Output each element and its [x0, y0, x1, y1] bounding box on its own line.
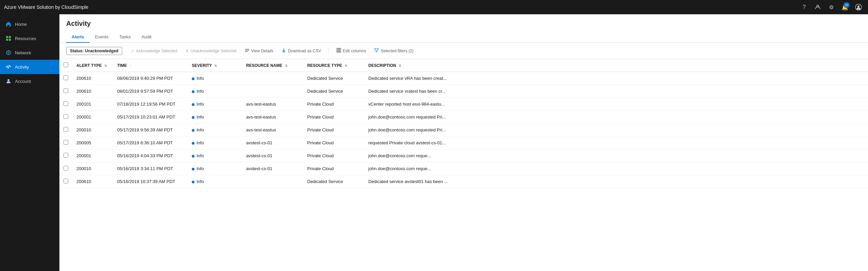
cell-resource-name: avs-test-eastus	[242, 98, 303, 111]
status-value: Unacknowledged	[85, 49, 118, 53]
tabs: Alerts Events Tasks Audit	[66, 32, 861, 42]
row-checkbox-7[interactable]	[63, 166, 68, 170]
tab-tasks[interactable]: Tasks	[114, 32, 136, 43]
unacknowledge-label: Unacknowledge Selected	[190, 49, 236, 53]
cell-alert-type: 200010	[72, 162, 113, 175]
account-icon[interactable]	[853, 2, 864, 13]
cell-resource-name: avs-test-eastus	[242, 124, 303, 137]
row-checkbox-cell[interactable]	[59, 137, 72, 149]
help-icon[interactable]: ?	[799, 2, 810, 13]
cell-severity: Info	[188, 149, 242, 162]
row-checkbox-4[interactable]	[63, 127, 68, 132]
row-checkbox-8[interactable]	[63, 179, 68, 183]
row-checkbox-2[interactable]	[63, 101, 68, 106]
cell-resource-type: Dedicated Service	[303, 175, 364, 188]
svg-rect-15	[338, 48, 339, 52]
cell-resource-name: avs-test-eastus	[242, 111, 303, 124]
sort-icon-time: ↓	[129, 64, 131, 68]
cell-resource-name: avstest-cs-01	[242, 149, 303, 162]
svg-rect-5	[6, 39, 8, 41]
home-icon	[5, 21, 12, 27]
sidebar-item-network[interactable]: Network	[0, 46, 59, 60]
row-checkbox-5[interactable]	[63, 140, 68, 145]
activity-icon	[5, 64, 12, 70]
row-checkbox-3[interactable]	[63, 114, 68, 119]
sidebar-item-account[interactable]: Account	[0, 74, 59, 88]
col-header-resource-name[interactable]: RESOURCE NAME ⇅	[242, 59, 303, 72]
topbar: Azure VMware Solution by CloudSimple ? ⚙…	[0, 0, 868, 14]
col-header-resource-type[interactable]: RESOURCE TYPE ⇅	[303, 59, 364, 72]
cell-time: 08/01/2019 9:57:59 PM PDT	[113, 85, 188, 98]
table-container: ALERT TYPE ⇅ TIME ↓ SEVERITY ⇅ RESOURC	[59, 59, 868, 188]
row-checkbox-cell[interactable]	[59, 85, 72, 98]
status-filter-badge[interactable]: Status: Unacknowledged	[66, 47, 122, 55]
row-checkbox-cell[interactable]	[59, 124, 72, 137]
tab-alerts[interactable]: Alerts	[66, 32, 90, 43]
cell-description: requested Private cloud avstest-cs-01...	[364, 137, 868, 149]
svg-rect-11	[245, 49, 249, 50]
download-icon	[281, 48, 286, 54]
svg-rect-12	[245, 50, 249, 51]
cell-resource-type: Private Cloud	[303, 149, 364, 162]
sort-icon-resource-name: ⇅	[285, 64, 288, 68]
row-checkbox-cell[interactable]	[59, 149, 72, 162]
cell-resource-type: Private Cloud	[303, 111, 364, 124]
row-checkbox-cell[interactable]	[59, 111, 72, 124]
page-header: Activity Alerts Events Tasks Audit	[59, 14, 868, 43]
cell-resource-name: avstest-cs-01	[242, 137, 303, 149]
cell-description: Dedicated service avstest01 has been ...	[364, 175, 868, 188]
sidebar-item-resources[interactable]: Resources	[0, 31, 59, 46]
user-settings-icon[interactable]	[812, 2, 823, 13]
severity-dot	[192, 155, 195, 158]
cell-resource-name	[242, 72, 303, 85]
col-header-time[interactable]: TIME ↓	[113, 59, 188, 72]
row-checkbox-cell[interactable]	[59, 98, 72, 111]
cell-alert-type: 200610	[72, 72, 113, 85]
table-body: 200610 08/06/2019 9:40:29 PM PDT Info De…	[59, 72, 868, 188]
cell-time: 05/17/2019 10:23:01 AM PDT	[113, 111, 188, 124]
col-header-description[interactable]: DESCRIPTION ⇅	[364, 59, 868, 72]
row-checkbox-cell[interactable]	[59, 175, 72, 188]
col-header-severity[interactable]: SEVERITY ⇅	[188, 59, 242, 72]
view-details-button[interactable]: View Details	[241, 46, 277, 55]
row-checkbox-cell[interactable]	[59, 162, 72, 175]
edit-columns-button[interactable]: Edit columns	[333, 46, 370, 55]
row-checkbox-1[interactable]	[63, 88, 68, 93]
unacknowledge-selected-button[interactable]: ✕ Unacknowledge Selected	[182, 47, 240, 55]
row-checkbox-0[interactable]	[63, 75, 68, 80]
cell-description: john.doe@contoso.com reque...	[364, 162, 868, 175]
table-row: 200101 07/18/2019 12:19:56 PM PDT Info a…	[59, 98, 868, 111]
cell-severity: Info	[188, 162, 242, 175]
app-body: Home Resources Network Activity Account	[0, 14, 868, 271]
notification-icon[interactable]: 🔔 37	[839, 2, 850, 13]
svg-rect-3	[6, 36, 8, 38]
network-icon	[5, 50, 12, 56]
cell-alert-type: 200005	[72, 137, 113, 149]
col-header-alert-type[interactable]: ALERT TYPE ⇅	[72, 59, 113, 72]
row-checkbox-6[interactable]	[63, 153, 68, 158]
select-all-checkbox[interactable]	[63, 62, 68, 67]
tab-audit[interactable]: Audit	[136, 32, 157, 43]
cell-severity: Info	[188, 85, 242, 98]
checkmark-icon: ✓	[131, 49, 134, 53]
main-content: Activity Alerts Events Tasks Audit Statu…	[59, 14, 868, 271]
row-checkbox-cell[interactable]	[59, 72, 72, 85]
sidebar-item-activity[interactable]: Activity	[0, 60, 59, 74]
svg-point-2	[857, 5, 860, 7]
sidebar-item-home[interactable]: Home	[0, 17, 59, 31]
cell-resource-name: avstest-cs-01	[242, 162, 303, 175]
tab-events[interactable]: Events	[90, 32, 114, 43]
sidebar-item-resources-label: Resources	[15, 36, 36, 41]
acknowledge-selected-button[interactable]: ✓ Acknowledge Selected	[128, 47, 181, 55]
svg-marker-17	[374, 49, 378, 52]
svg-rect-16	[340, 48, 341, 52]
cell-time: 05/17/2019 8:36:10 AM PDT	[113, 137, 188, 149]
settings-icon[interactable]: ⚙	[826, 2, 837, 13]
severity-dot	[192, 77, 195, 80]
select-all-header[interactable]	[59, 59, 72, 72]
table-row: 200010 05/17/2019 9:56:39 AM PDT Info av…	[59, 124, 868, 137]
cell-description: john.doe@contoso.com requested Pri...	[364, 124, 868, 137]
download-csv-button[interactable]: Download as CSV	[278, 46, 324, 55]
selected-filters-button[interactable]: Selected filters (2)	[371, 46, 417, 55]
severity-dot	[192, 116, 195, 119]
